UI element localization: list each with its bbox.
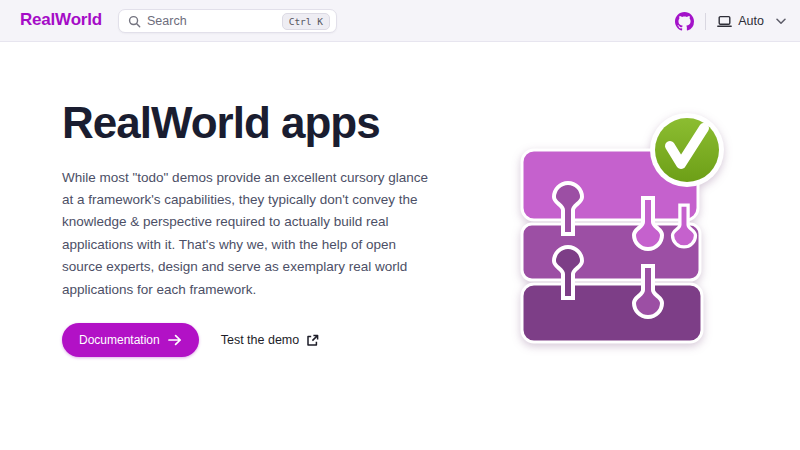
theme-switcher[interactable]: Auto xyxy=(717,14,786,28)
realworld-puzzle-logo xyxy=(518,112,728,354)
external-link-icon xyxy=(306,334,319,347)
header-right-group: Auto xyxy=(675,0,786,42)
chevron-down-icon xyxy=(776,18,786,25)
search-input[interactable] xyxy=(147,14,276,28)
green-check-badge xyxy=(650,113,724,187)
cta-row: Documentation Test the demo xyxy=(62,323,522,357)
page-title: RealWorld apps xyxy=(62,98,522,149)
page: RealWorld Ctrl K xyxy=(0,0,800,450)
github-icon[interactable] xyxy=(675,12,694,31)
theme-switcher-label: Auto xyxy=(738,14,764,28)
arrow-right-icon xyxy=(168,334,182,346)
hero-section: RealWorld apps While most "todo" demos p… xyxy=(62,98,522,357)
laptop-icon xyxy=(717,15,732,28)
search-icon xyxy=(128,15,141,28)
documentation-button-label: Documentation xyxy=(79,333,160,347)
site-logo[interactable]: RealWorld xyxy=(20,10,102,30)
puzzle-row-bottom xyxy=(522,284,702,342)
test-demo-link[interactable]: Test the demo xyxy=(221,333,320,347)
hero-description: While most "todo" demos provide an excel… xyxy=(62,167,522,301)
header-divider xyxy=(705,13,706,30)
search-bar[interactable]: Ctrl K xyxy=(118,9,337,33)
test-demo-label: Test the demo xyxy=(221,333,300,347)
search-shortcut-badge: Ctrl K xyxy=(282,13,330,30)
documentation-button[interactable]: Documentation xyxy=(62,323,199,357)
site-header: RealWorld Ctrl K xyxy=(0,0,800,42)
